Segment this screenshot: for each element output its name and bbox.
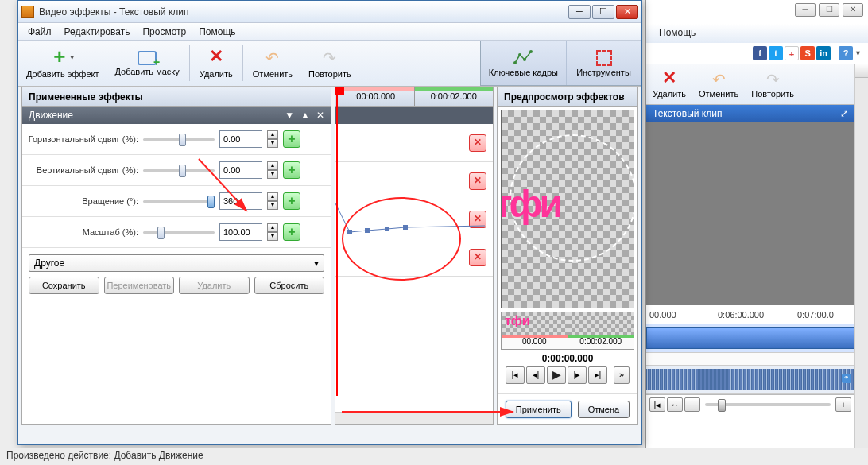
linkedin-icon[interactable]: in <box>816 46 831 60</box>
help-icon[interactable]: ? <box>839 46 853 60</box>
scale-input[interactable] <box>219 223 262 241</box>
vshift-input[interactable] <box>219 161 262 179</box>
vshift-row: Вертикальный сдвиг (%): ▲▼ + <box>22 155 331 186</box>
strip-text: тфи <box>505 314 530 328</box>
undo-button[interactable]: Отменить <box>692 64 745 104</box>
menu-edit[interactable]: Редактировать <box>58 25 137 39</box>
rotate-slider[interactable] <box>143 194 215 208</box>
redo-button[interactable]: Повторить <box>745 64 800 104</box>
close-button[interactable]: ✕ <box>843 3 863 17</box>
vshift-curve-row[interactable]: ✕ <box>335 162 493 200</box>
time-ruler[interactable]: 00.000 0:06:00.000 0:07:00.0 <box>646 310 854 324</box>
delete-button[interactable]: Удалить <box>192 41 241 86</box>
delete-keyframe-button[interactable]: ✕ <box>469 249 486 266</box>
delete-keyframe-button[interactable]: ✕ <box>469 134 486 152</box>
preview-area <box>646 122 854 305</box>
cancel-button[interactable]: Отмена <box>578 401 630 418</box>
zoom-slider[interactable] <box>705 403 831 406</box>
add-keyframe-button[interactable]: + <box>283 130 300 148</box>
rotate-curve-row[interactable]: ✕ <box>335 200 493 238</box>
preview-viewport[interactable]: тфи <box>501 110 634 308</box>
move-down-icon[interactable]: ▼ <box>285 110 294 121</box>
spin-up[interactable]: ▲ <box>267 192 278 201</box>
goto-end-button[interactable]: ▸| <box>588 366 607 384</box>
vertical-scrollbar[interactable] <box>854 64 868 465</box>
twitter-icon[interactable]: t <box>769 46 783 60</box>
expand-icon[interactable]: ⤢ <box>840 108 848 119</box>
spin-up[interactable]: ▲ <box>267 223 278 232</box>
video-track[interactable] <box>646 324 854 353</box>
hshift-curve-row[interactable]: ✕ <box>335 124 493 162</box>
spin-down[interactable]: ▼ <box>267 232 278 241</box>
minimize-button[interactable]: ─ <box>795 3 816 17</box>
move-up-icon[interactable]: ▲ <box>300 110 310 121</box>
save-preset-button[interactable]: Сохранить <box>29 277 99 294</box>
app-icon <box>21 6 34 18</box>
more-button[interactable]: » <box>614 366 630 384</box>
close-button[interactable]: ✕ <box>616 5 638 19</box>
prev-frame-button[interactable]: ◂| <box>526 366 545 384</box>
add-keyframe-button[interactable]: + <box>283 161 300 179</box>
window-controls: ─ ☐ ✕ <box>568 5 638 19</box>
play-button[interactable]: ▶ <box>547 366 566 384</box>
scale-curve-row[interactable]: ✕ <box>335 238 493 277</box>
link-icon[interactable]: ⚭ <box>842 374 851 383</box>
keyframes-tab[interactable]: Ключевые кадры <box>481 41 566 85</box>
add-mask-button[interactable]: Добавить маску <box>107 41 187 86</box>
delete-button[interactable]: Удалить <box>646 64 692 104</box>
preset-select[interactable]: Другое ▾ <box>29 254 324 272</box>
stumble-icon[interactable]: S <box>800 46 815 60</box>
add-effect-button[interactable]: ▼ Добавить эффект <box>18 41 107 86</box>
rename-preset-button[interactable]: Переименовать <box>104 277 175 294</box>
gplus-icon[interactable]: + <box>785 46 799 60</box>
menu-help[interactable]: Помощь <box>192 25 242 39</box>
reset-preset-button[interactable]: Сбросить <box>254 277 325 294</box>
waveform <box>646 369 854 390</box>
undo-button[interactable]: Отменить <box>245 41 300 86</box>
titlebar[interactable]: Видео эффекты - Текстовый клип ─ ☐ ✕ <box>18 1 641 23</box>
spin-up[interactable]: ▲ <box>267 161 278 170</box>
delete-preset-button[interactable]: Удалить <box>179 277 250 294</box>
maximize-button[interactable]: ☐ <box>819 3 839 17</box>
add-keyframe-button[interactable]: + <box>283 192 300 210</box>
goto-start-button[interactable]: |◂ <box>506 366 525 384</box>
remove-effect-icon[interactable]: ✕ <box>316 110 324 121</box>
time-header[interactable]: :00:00.000 0:00:02.000 <box>335 87 493 107</box>
minimize-button[interactable]: ─ <box>568 5 591 19</box>
menu-file[interactable]: Файл <box>21 25 58 39</box>
spin-down[interactable]: ▼ <box>267 170 278 179</box>
undo-icon <box>263 48 282 68</box>
rotate-input[interactable] <box>219 192 262 210</box>
delete-keyframe-button[interactable]: ✕ <box>469 172 486 190</box>
menu-view[interactable]: Просмотр <box>136 25 192 39</box>
audio-track[interactable]: ⚭ <box>646 366 854 394</box>
hshift-input[interactable] <box>219 130 262 148</box>
preview-filmstrip[interactable]: тфи <box>501 312 634 335</box>
spin-down[interactable]: ▼ <box>267 201 278 210</box>
zoom-out-button[interactable]: − <box>684 397 700 412</box>
spin-up[interactable]: ▲ <box>267 130 278 139</box>
hshift-slider[interactable] <box>143 132 215 146</box>
playhead-line[interactable] <box>336 87 338 396</box>
zoom-prev-button[interactable]: ↔ <box>667 397 683 412</box>
time-seg-1: 0:00:02.000 <box>415 87 494 106</box>
scale-slider[interactable] <box>143 225 215 239</box>
next-frame-button[interactable]: |▸ <box>568 366 587 384</box>
menu-help[interactable]: Помощь <box>653 25 702 40</box>
spin-down[interactable]: ▼ <box>267 139 278 148</box>
vshift-slider[interactable] <box>143 163 215 177</box>
zoom-in-button[interactable]: + <box>835 397 851 412</box>
zoom-start-button[interactable]: |◂ <box>649 397 665 412</box>
preview-header: Предпросмотр эффектов <box>498 87 637 107</box>
facebook-icon[interactable]: f <box>753 46 767 60</box>
apply-button[interactable]: Применить <box>506 401 572 418</box>
tools-tab[interactable]: Инструменты <box>566 41 641 85</box>
time-seg-0: :00:00.000 <box>335 87 415 106</box>
h-scrollbar[interactable] <box>335 412 493 424</box>
add-keyframe-button[interactable]: + <box>283 223 300 241</box>
maximize-button[interactable]: ☐ <box>592 5 614 19</box>
preview-timebar[interactable]: 00.000 0:00:02.000 <box>501 335 634 350</box>
redo-button[interactable]: Повторить <box>300 41 359 86</box>
effect-header[interactable]: Движение ▼ ▲ ✕ <box>22 107 331 124</box>
dropdown-icon[interactable]: ▼ <box>854 49 862 57</box>
